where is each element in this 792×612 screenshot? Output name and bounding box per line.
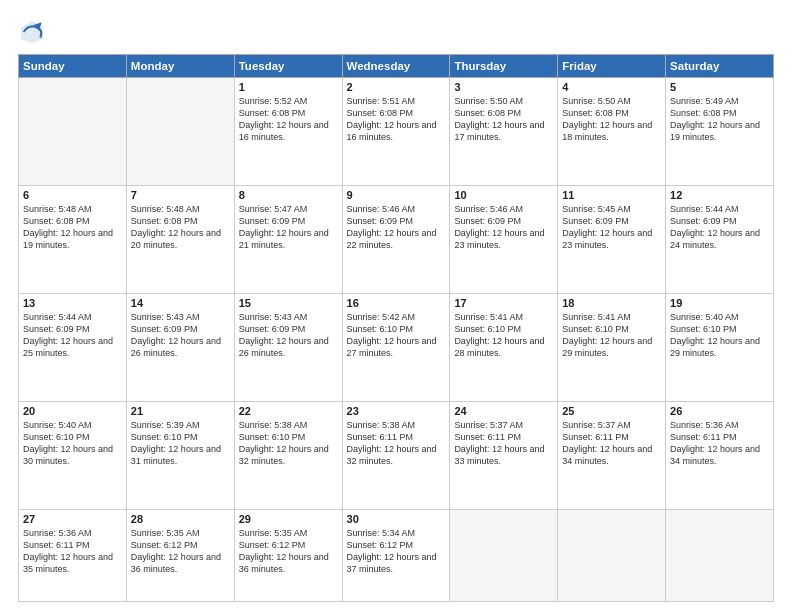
- day-number: 19: [670, 297, 769, 309]
- day-header-thursday: Thursday: [450, 55, 558, 78]
- day-number: 25: [562, 405, 661, 417]
- cell-details: Sunrise: 5:35 AMSunset: 6:12 PMDaylight:…: [131, 527, 230, 576]
- cell-details: Sunrise: 5:44 AMSunset: 6:09 PMDaylight:…: [670, 203, 769, 252]
- calendar-cell: 3Sunrise: 5:50 AMSunset: 6:08 PMDaylight…: [450, 78, 558, 186]
- cell-details: Sunrise: 5:44 AMSunset: 6:09 PMDaylight:…: [23, 311, 122, 360]
- calendar-cell: 11Sunrise: 5:45 AMSunset: 6:09 PMDayligh…: [558, 185, 666, 293]
- page: SundayMondayTuesdayWednesdayThursdayFrid…: [0, 0, 792, 612]
- day-number: 26: [670, 405, 769, 417]
- day-number: 22: [239, 405, 338, 417]
- calendar-week-4: 27Sunrise: 5:36 AMSunset: 6:11 PMDayligh…: [19, 509, 774, 601]
- header: [18, 18, 774, 46]
- cell-details: Sunrise: 5:52 AMSunset: 6:08 PMDaylight:…: [239, 95, 338, 144]
- calendar-cell: 7Sunrise: 5:48 AMSunset: 6:08 PMDaylight…: [126, 185, 234, 293]
- cell-details: Sunrise: 5:36 AMSunset: 6:11 PMDaylight:…: [23, 527, 122, 576]
- calendar-cell: [19, 78, 127, 186]
- calendar-cell: [450, 509, 558, 601]
- calendar-cell: 13Sunrise: 5:44 AMSunset: 6:09 PMDayligh…: [19, 293, 127, 401]
- cell-details: Sunrise: 5:35 AMSunset: 6:12 PMDaylight:…: [239, 527, 338, 576]
- calendar-cell: 27Sunrise: 5:36 AMSunset: 6:11 PMDayligh…: [19, 509, 127, 601]
- calendar-cell: 24Sunrise: 5:37 AMSunset: 6:11 PMDayligh…: [450, 401, 558, 509]
- calendar-cell: [558, 509, 666, 601]
- cell-details: Sunrise: 5:51 AMSunset: 6:08 PMDaylight:…: [347, 95, 446, 144]
- calendar-cell: 14Sunrise: 5:43 AMSunset: 6:09 PMDayligh…: [126, 293, 234, 401]
- calendar-week-1: 6Sunrise: 5:48 AMSunset: 6:08 PMDaylight…: [19, 185, 774, 293]
- cell-details: Sunrise: 5:39 AMSunset: 6:10 PMDaylight:…: [131, 419, 230, 468]
- cell-details: Sunrise: 5:38 AMSunset: 6:11 PMDaylight:…: [347, 419, 446, 468]
- calendar-cell: 21Sunrise: 5:39 AMSunset: 6:10 PMDayligh…: [126, 401, 234, 509]
- day-number: 11: [562, 189, 661, 201]
- day-number: 12: [670, 189, 769, 201]
- calendar-week-2: 13Sunrise: 5:44 AMSunset: 6:09 PMDayligh…: [19, 293, 774, 401]
- day-number: 8: [239, 189, 338, 201]
- day-header-sunday: Sunday: [19, 55, 127, 78]
- day-number: 15: [239, 297, 338, 309]
- cell-details: Sunrise: 5:38 AMSunset: 6:10 PMDaylight:…: [239, 419, 338, 468]
- calendar-cell: 18Sunrise: 5:41 AMSunset: 6:10 PMDayligh…: [558, 293, 666, 401]
- day-number: 6: [23, 189, 122, 201]
- calendar-cell: 2Sunrise: 5:51 AMSunset: 6:08 PMDaylight…: [342, 78, 450, 186]
- cell-details: Sunrise: 5:42 AMSunset: 6:10 PMDaylight:…: [347, 311, 446, 360]
- calendar-cell: 22Sunrise: 5:38 AMSunset: 6:10 PMDayligh…: [234, 401, 342, 509]
- day-number: 20: [23, 405, 122, 417]
- calendar-header-row: SundayMondayTuesdayWednesdayThursdayFrid…: [19, 55, 774, 78]
- calendar-table: SundayMondayTuesdayWednesdayThursdayFrid…: [18, 54, 774, 602]
- cell-details: Sunrise: 5:45 AMSunset: 6:09 PMDaylight:…: [562, 203, 661, 252]
- calendar-cell: 12Sunrise: 5:44 AMSunset: 6:09 PMDayligh…: [666, 185, 774, 293]
- calendar-cell: 4Sunrise: 5:50 AMSunset: 6:08 PMDaylight…: [558, 78, 666, 186]
- calendar-cell: 8Sunrise: 5:47 AMSunset: 6:09 PMDaylight…: [234, 185, 342, 293]
- logo-icon: [18, 18, 46, 46]
- cell-details: Sunrise: 5:36 AMSunset: 6:11 PMDaylight:…: [670, 419, 769, 468]
- cell-details: Sunrise: 5:48 AMSunset: 6:08 PMDaylight:…: [131, 203, 230, 252]
- cell-details: Sunrise: 5:40 AMSunset: 6:10 PMDaylight:…: [670, 311, 769, 360]
- day-number: 2: [347, 81, 446, 93]
- day-number: 1: [239, 81, 338, 93]
- day-number: 18: [562, 297, 661, 309]
- day-number: 10: [454, 189, 553, 201]
- day-number: 4: [562, 81, 661, 93]
- day-number: 28: [131, 513, 230, 525]
- cell-details: Sunrise: 5:46 AMSunset: 6:09 PMDaylight:…: [454, 203, 553, 252]
- cell-details: Sunrise: 5:41 AMSunset: 6:10 PMDaylight:…: [562, 311, 661, 360]
- day-number: 7: [131, 189, 230, 201]
- day-number: 29: [239, 513, 338, 525]
- cell-details: Sunrise: 5:37 AMSunset: 6:11 PMDaylight:…: [454, 419, 553, 468]
- calendar-week-0: 1Sunrise: 5:52 AMSunset: 6:08 PMDaylight…: [19, 78, 774, 186]
- calendar-cell: 9Sunrise: 5:46 AMSunset: 6:09 PMDaylight…: [342, 185, 450, 293]
- day-number: 3: [454, 81, 553, 93]
- calendar-cell: 10Sunrise: 5:46 AMSunset: 6:09 PMDayligh…: [450, 185, 558, 293]
- day-number: 30: [347, 513, 446, 525]
- calendar-cell: 29Sunrise: 5:35 AMSunset: 6:12 PMDayligh…: [234, 509, 342, 601]
- day-header-wednesday: Wednesday: [342, 55, 450, 78]
- calendar-cell: 28Sunrise: 5:35 AMSunset: 6:12 PMDayligh…: [126, 509, 234, 601]
- calendar-cell: 25Sunrise: 5:37 AMSunset: 6:11 PMDayligh…: [558, 401, 666, 509]
- cell-details: Sunrise: 5:41 AMSunset: 6:10 PMDaylight:…: [454, 311, 553, 360]
- day-number: 21: [131, 405, 230, 417]
- day-number: 13: [23, 297, 122, 309]
- calendar-cell: 5Sunrise: 5:49 AMSunset: 6:08 PMDaylight…: [666, 78, 774, 186]
- logo: [18, 18, 50, 46]
- calendar-cell: 15Sunrise: 5:43 AMSunset: 6:09 PMDayligh…: [234, 293, 342, 401]
- day-number: 5: [670, 81, 769, 93]
- cell-details: Sunrise: 5:47 AMSunset: 6:09 PMDaylight:…: [239, 203, 338, 252]
- calendar-cell: 23Sunrise: 5:38 AMSunset: 6:11 PMDayligh…: [342, 401, 450, 509]
- day-number: 27: [23, 513, 122, 525]
- calendar-cell: 16Sunrise: 5:42 AMSunset: 6:10 PMDayligh…: [342, 293, 450, 401]
- cell-details: Sunrise: 5:49 AMSunset: 6:08 PMDaylight:…: [670, 95, 769, 144]
- cell-details: Sunrise: 5:50 AMSunset: 6:08 PMDaylight:…: [562, 95, 661, 144]
- calendar-week-3: 20Sunrise: 5:40 AMSunset: 6:10 PMDayligh…: [19, 401, 774, 509]
- day-number: 16: [347, 297, 446, 309]
- calendar-cell: 19Sunrise: 5:40 AMSunset: 6:10 PMDayligh…: [666, 293, 774, 401]
- day-number: 23: [347, 405, 446, 417]
- calendar-cell: 26Sunrise: 5:36 AMSunset: 6:11 PMDayligh…: [666, 401, 774, 509]
- day-header-tuesday: Tuesday: [234, 55, 342, 78]
- cell-details: Sunrise: 5:40 AMSunset: 6:10 PMDaylight:…: [23, 419, 122, 468]
- day-header-saturday: Saturday: [666, 55, 774, 78]
- calendar-cell: [126, 78, 234, 186]
- cell-details: Sunrise: 5:43 AMSunset: 6:09 PMDaylight:…: [131, 311, 230, 360]
- calendar-cell: 1Sunrise: 5:52 AMSunset: 6:08 PMDaylight…: [234, 78, 342, 186]
- calendar-cell: 17Sunrise: 5:41 AMSunset: 6:10 PMDayligh…: [450, 293, 558, 401]
- calendar-cell: 20Sunrise: 5:40 AMSunset: 6:10 PMDayligh…: [19, 401, 127, 509]
- cell-details: Sunrise: 5:46 AMSunset: 6:09 PMDaylight:…: [347, 203, 446, 252]
- cell-details: Sunrise: 5:48 AMSunset: 6:08 PMDaylight:…: [23, 203, 122, 252]
